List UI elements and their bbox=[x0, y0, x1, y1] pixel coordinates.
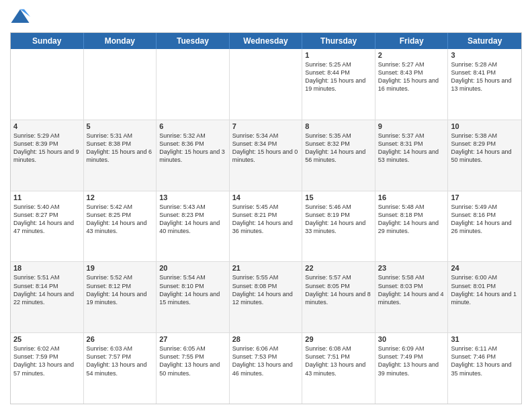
header bbox=[10, 7, 522, 27]
cell-info: Sunrise: 6:09 AM Sunset: 7:49 PM Dayligh… bbox=[378, 345, 445, 377]
cell-info: Sunrise: 6:02 AM Sunset: 7:59 PM Dayligh… bbox=[13, 345, 81, 377]
cell-info: Sunrise: 5:52 AM Sunset: 8:12 PM Dayligh… bbox=[87, 273, 154, 306]
cell-info: Sunrise: 5:27 AM Sunset: 8:43 PM Dayligh… bbox=[378, 60, 445, 93]
cal-cell: 13Sunrise: 5:43 AM Sunset: 8:23 PM Dayli… bbox=[157, 191, 230, 262]
cal-cell bbox=[11, 49, 84, 120]
cal-cell: 14Sunrise: 5:45 AM Sunset: 8:21 PM Dayli… bbox=[230, 191, 303, 262]
cal-cell: 6Sunrise: 5:32 AM Sunset: 8:36 PM Daylig… bbox=[157, 120, 230, 191]
day-number: 29 bbox=[305, 335, 372, 343]
day-number: 2 bbox=[378, 51, 445, 59]
day-number: 3 bbox=[451, 51, 519, 59]
cal-cell: 17Sunrise: 5:49 AM Sunset: 8:16 PM Dayli… bbox=[448, 191, 521, 262]
day-number: 24 bbox=[451, 264, 519, 272]
header-day-thursday: Thursday bbox=[302, 33, 375, 49]
day-number: 17 bbox=[451, 193, 519, 201]
calendar-header: SundayMondayTuesdayWednesdayThursdayFrid… bbox=[11, 33, 521, 49]
logo-icon bbox=[10, 7, 30, 27]
cell-info: Sunrise: 5:55 AM Sunset: 8:08 PM Dayligh… bbox=[232, 273, 300, 306]
cal-cell: 12Sunrise: 5:42 AM Sunset: 8:25 PM Dayli… bbox=[84, 191, 157, 262]
cell-info: Sunrise: 5:54 AM Sunset: 8:10 PM Dayligh… bbox=[159, 273, 226, 306]
day-number: 5 bbox=[87, 122, 154, 130]
cal-cell: 10Sunrise: 5:38 AM Sunset: 8:29 PM Dayli… bbox=[448, 120, 521, 191]
day-number: 25 bbox=[13, 335, 81, 343]
day-number: 27 bbox=[159, 335, 226, 343]
day-number: 31 bbox=[451, 335, 519, 343]
svg-marker-0 bbox=[11, 9, 30, 23]
day-number: 20 bbox=[159, 264, 226, 272]
cal-week-3: 18Sunrise: 5:51 AM Sunset: 8:14 PM Dayli… bbox=[11, 262, 521, 333]
cell-info: Sunrise: 5:49 AM Sunset: 8:16 PM Dayligh… bbox=[451, 203, 519, 236]
cell-info: Sunrise: 5:57 AM Sunset: 8:05 PM Dayligh… bbox=[305, 273, 372, 306]
cell-info: Sunrise: 5:51 AM Sunset: 8:14 PM Dayligh… bbox=[13, 273, 81, 306]
cal-cell: 29Sunrise: 6:08 AM Sunset: 7:51 PM Dayli… bbox=[302, 333, 375, 404]
cal-cell: 15Sunrise: 5:46 AM Sunset: 8:19 PM Dayli… bbox=[302, 191, 375, 262]
cell-info: Sunrise: 5:58 AM Sunset: 8:03 PM Dayligh… bbox=[378, 273, 445, 306]
cell-info: Sunrise: 6:03 AM Sunset: 7:57 PM Dayligh… bbox=[87, 345, 154, 377]
day-number: 19 bbox=[87, 264, 154, 272]
cell-info: Sunrise: 5:37 AM Sunset: 8:31 PM Dayligh… bbox=[378, 132, 445, 165]
day-number: 30 bbox=[378, 335, 445, 343]
calendar: SundayMondayTuesdayWednesdayThursdayFrid… bbox=[10, 32, 522, 404]
day-number: 1 bbox=[305, 51, 372, 59]
page: SundayMondayTuesdayWednesdayThursdayFrid… bbox=[0, 0, 532, 411]
header-day-wednesday: Wednesday bbox=[230, 33, 303, 49]
cell-info: Sunrise: 6:08 AM Sunset: 7:51 PM Dayligh… bbox=[305, 345, 372, 377]
cal-cell: 28Sunrise: 6:06 AM Sunset: 7:53 PM Dayli… bbox=[230, 333, 303, 404]
cal-week-1: 4Sunrise: 5:29 AM Sunset: 8:39 PM Daylig… bbox=[11, 120, 521, 191]
cell-info: Sunrise: 5:32 AM Sunset: 8:36 PM Dayligh… bbox=[159, 132, 226, 165]
cal-cell: 22Sunrise: 5:57 AM Sunset: 8:05 PM Dayli… bbox=[302, 262, 375, 332]
cell-info: Sunrise: 6:11 AM Sunset: 7:46 PM Dayligh… bbox=[451, 345, 519, 377]
cal-cell: 1Sunrise: 5:25 AM Sunset: 8:44 PM Daylig… bbox=[302, 49, 375, 120]
logo bbox=[10, 7, 33, 27]
cal-week-4: 25Sunrise: 6:02 AM Sunset: 7:59 PM Dayli… bbox=[11, 333, 521, 404]
header-day-saturday: Saturday bbox=[448, 33, 521, 49]
cell-info: Sunrise: 5:25 AM Sunset: 8:44 PM Dayligh… bbox=[305, 60, 372, 93]
cal-week-2: 11Sunrise: 5:40 AM Sunset: 8:27 PM Dayli… bbox=[11, 191, 521, 263]
cal-cell: 16Sunrise: 5:48 AM Sunset: 8:18 PM Dayli… bbox=[375, 191, 449, 262]
day-number: 16 bbox=[378, 193, 445, 201]
calendar-body: 1Sunrise: 5:25 AM Sunset: 8:44 PM Daylig… bbox=[11, 49, 521, 404]
header-day-tuesday: Tuesday bbox=[157, 33, 230, 49]
cell-info: Sunrise: 6:05 AM Sunset: 7:55 PM Dayligh… bbox=[159, 345, 226, 377]
day-number: 12 bbox=[87, 193, 154, 201]
cal-cell: 4Sunrise: 5:29 AM Sunset: 8:39 PM Daylig… bbox=[11, 120, 84, 191]
cal-cell: 26Sunrise: 6:03 AM Sunset: 7:57 PM Dayli… bbox=[84, 333, 157, 404]
day-number: 8 bbox=[305, 122, 372, 130]
day-number: 10 bbox=[451, 122, 519, 130]
cell-info: Sunrise: 5:46 AM Sunset: 8:19 PM Dayligh… bbox=[305, 203, 372, 236]
cell-info: Sunrise: 5:29 AM Sunset: 8:39 PM Dayligh… bbox=[13, 132, 81, 165]
cal-cell bbox=[84, 49, 157, 120]
day-number: 21 bbox=[232, 264, 300, 272]
cell-info: Sunrise: 5:40 AM Sunset: 8:27 PM Dayligh… bbox=[13, 203, 81, 236]
cell-info: Sunrise: 5:31 AM Sunset: 8:38 PM Dayligh… bbox=[87, 132, 154, 165]
cal-cell: 23Sunrise: 5:58 AM Sunset: 8:03 PM Dayli… bbox=[375, 262, 449, 332]
day-number: 11 bbox=[13, 193, 81, 201]
cal-cell: 31Sunrise: 6:11 AM Sunset: 7:46 PM Dayli… bbox=[448, 333, 521, 404]
cell-info: Sunrise: 5:43 AM Sunset: 8:23 PM Dayligh… bbox=[159, 203, 226, 236]
cell-info: Sunrise: 5:35 AM Sunset: 8:32 PM Dayligh… bbox=[305, 132, 372, 165]
header-day-sunday: Sunday bbox=[11, 33, 84, 49]
cal-cell: 20Sunrise: 5:54 AM Sunset: 8:10 PM Dayli… bbox=[157, 262, 230, 332]
cal-cell bbox=[157, 49, 230, 120]
cal-cell: 11Sunrise: 5:40 AM Sunset: 8:27 PM Dayli… bbox=[11, 191, 84, 262]
cal-cell: 8Sunrise: 5:35 AM Sunset: 8:32 PM Daylig… bbox=[302, 120, 375, 191]
cal-cell: 19Sunrise: 5:52 AM Sunset: 8:12 PM Dayli… bbox=[84, 262, 157, 332]
cal-cell: 21Sunrise: 5:55 AM Sunset: 8:08 PM Dayli… bbox=[230, 262, 303, 332]
cell-info: Sunrise: 5:34 AM Sunset: 8:34 PM Dayligh… bbox=[232, 132, 300, 165]
day-number: 26 bbox=[87, 335, 154, 343]
cell-info: Sunrise: 6:06 AM Sunset: 7:53 PM Dayligh… bbox=[232, 345, 300, 377]
cal-cell: 7Sunrise: 5:34 AM Sunset: 8:34 PM Daylig… bbox=[230, 120, 303, 191]
cal-cell: 25Sunrise: 6:02 AM Sunset: 7:59 PM Dayli… bbox=[11, 333, 84, 404]
cell-info: Sunrise: 5:38 AM Sunset: 8:29 PM Dayligh… bbox=[451, 132, 519, 165]
day-number: 13 bbox=[159, 193, 226, 201]
cell-info: Sunrise: 5:48 AM Sunset: 8:18 PM Dayligh… bbox=[378, 203, 445, 236]
cal-cell: 5Sunrise: 5:31 AM Sunset: 8:38 PM Daylig… bbox=[84, 120, 157, 191]
day-number: 28 bbox=[232, 335, 300, 343]
day-number: 4 bbox=[13, 122, 81, 130]
cell-info: Sunrise: 5:28 AM Sunset: 8:41 PM Dayligh… bbox=[451, 60, 519, 93]
day-number: 15 bbox=[305, 193, 372, 201]
cell-info: Sunrise: 5:45 AM Sunset: 8:21 PM Dayligh… bbox=[232, 203, 300, 236]
cal-cell: 3Sunrise: 5:28 AM Sunset: 8:41 PM Daylig… bbox=[448, 49, 521, 120]
cal-cell: 9Sunrise: 5:37 AM Sunset: 8:31 PM Daylig… bbox=[375, 120, 449, 191]
day-number: 9 bbox=[378, 122, 445, 130]
